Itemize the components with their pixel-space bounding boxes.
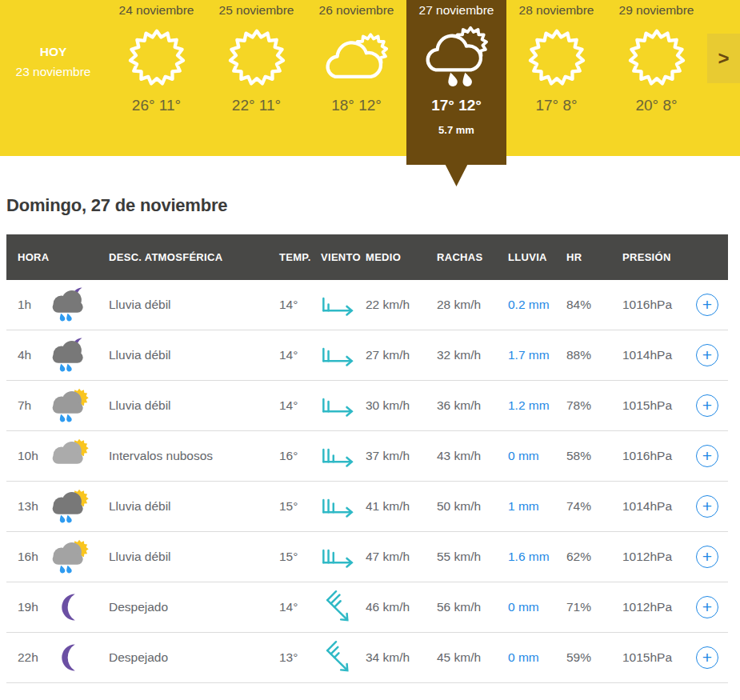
wind-direction-icon (319, 546, 359, 568)
rain-cell: 0 mm (502, 650, 560, 665)
pressure-cell: 1014hPa (616, 348, 688, 362)
wind-avg-cell: 27 km/h (359, 348, 430, 362)
pressure-cell: 1016hPa (616, 449, 688, 463)
rain-cell: 0.2 mm (502, 298, 560, 312)
page-title: Domingo, 27 de noviembre (6, 196, 740, 215)
humidity-cell: 78% (560, 398, 616, 413)
day-tab-28-noviembre[interactable]: 28 noviembre 17° 8° (506, 0, 606, 156)
wind-gust-cell: 50 km/h (430, 499, 502, 514)
today-label: HOY (40, 45, 67, 59)
day-date: 25 noviembre (219, 3, 294, 18)
wind-direction-icon (319, 345, 359, 366)
humidity-cell: 88% (560, 348, 616, 362)
wind-direction-icon (319, 496, 359, 518)
expand-row-button[interactable]: + (696, 646, 718, 669)
pressure-cell: 1014hPa (616, 499, 688, 514)
table-header: HORADESC. ATMOSFÉRICATEMP.VIENTOMEDIORAC… (6, 234, 728, 280)
humidity-cell: 71% (560, 600, 616, 614)
moon-icon (43, 590, 96, 624)
expand-row-button[interactable]: + (696, 394, 718, 417)
table-row: 22h Despejado 13° 34 km/h 45 km/h 0 mm 5… (6, 633, 728, 683)
rain-cell: 0 mm (502, 449, 560, 463)
day-tab-24-noviembre[interactable]: 24 noviembre 26° 11° (106, 0, 206, 156)
day-temps: 26° 11° (132, 97, 181, 114)
col-header-rachas: RACHAS (430, 251, 502, 263)
table-body: 1h Lluvia débil 14° 22 km/h 28 km/h 0.2 … (6, 280, 728, 683)
day-temps: 17° 8° (535, 97, 577, 114)
sun-icon (526, 18, 587, 97)
hour-cell: 1h (6, 298, 43, 312)
sun-icon (626, 18, 687, 97)
temp-cell: 16° (273, 449, 319, 463)
wind-avg-cell: 22 km/h (359, 298, 430, 312)
wind-direction-icon (319, 640, 359, 675)
chevron-right-icon: > (718, 47, 729, 70)
expand-row-button[interactable]: + (696, 546, 718, 568)
expand-cell: + (688, 596, 728, 618)
rain-cloud-sun-dark-icon (43, 488, 96, 526)
expand-row-button[interactable]: + (696, 495, 718, 518)
wind-direction-icon (319, 590, 359, 625)
pressure-cell: 1015hPa (616, 398, 688, 413)
temp-cell: 14° (273, 298, 319, 312)
wind-avg-cell: 37 km/h (359, 449, 430, 463)
temp-cell: 14° (273, 348, 319, 362)
day-tab-25-noviembre[interactable]: 25 noviembre 22° 11° (206, 0, 306, 156)
hour-cell: 7h (6, 398, 43, 413)
expand-cell: + (688, 344, 728, 366)
table-row: 4h Lluvia débil 14° 27 km/h 32 km/h 1.7 … (6, 330, 728, 381)
expand-row-button[interactable]: + (696, 294, 718, 316)
col-header-hr: HR (560, 251, 616, 263)
expand-row-button[interactable]: + (696, 445, 718, 467)
humidity-cell: 62% (560, 550, 616, 564)
rain-cell: 1.2 mm (502, 398, 560, 413)
day-date: 28 noviembre (519, 3, 594, 18)
expand-row-button[interactable]: + (696, 344, 718, 366)
wind-avg-cell: 41 km/h (359, 499, 430, 514)
wind-gust-cell: 28 km/h (430, 298, 502, 312)
temp-cell: 13° (273, 650, 319, 665)
temp-cell: 15° (273, 550, 319, 564)
wind-gust-cell: 45 km/h (430, 650, 502, 665)
day-tab-27-noviembre[interactable]: 27 noviembre 17° 12° 5.7 mm (406, 0, 506, 186)
expand-cell: + (688, 445, 728, 467)
wind-gust-cell: 36 km/h (430, 398, 502, 413)
next-days-button[interactable]: > (707, 34, 740, 83)
cloud-sun-icon (43, 438, 96, 475)
day-date: 27 noviembre (419, 3, 494, 18)
weather-desc: Despejado (96, 600, 273, 614)
weather-desc: Lluvia débil (96, 298, 273, 312)
wind-gust-cell: 56 km/h (430, 600, 502, 614)
day-date: 26 noviembre (319, 3, 394, 18)
expand-row-button[interactable]: + (696, 596, 718, 618)
table-row: 1h Lluvia débil 14° 22 km/h 28 km/h 0.2 … (6, 280, 728, 330)
cloud-sun-icon (320, 18, 394, 97)
table-row: 16h Lluvia débil 15° 47 km/h 55 km/h 1.6… (6, 532, 728, 582)
day-tab-today[interactable]: HOY 23 noviembre (0, 0, 106, 156)
day-tab-29-noviembre[interactable]: 29 noviembre 20° 8° (606, 0, 706, 156)
day-temps: 18° 12° (331, 97, 382, 114)
expand-cell: + (688, 394, 728, 417)
col-header-lluvia: LLUVIA (502, 251, 560, 263)
pressure-cell: 1015hPa (616, 650, 688, 665)
rain-cloud-moon-icon (43, 337, 96, 374)
pressure-cell: 1012hPa (616, 600, 688, 614)
col-header-medio: MEDIO (359, 251, 430, 263)
rain-cell: 1.6 mm (502, 550, 560, 564)
col-header-desc: DESC. ATMOSFÉRICA (96, 251, 273, 263)
expand-cell: + (688, 546, 728, 568)
temp-cell: 15° (273, 499, 319, 514)
hour-cell: 19h (6, 600, 43, 614)
humidity-cell: 74% (560, 499, 616, 514)
day-precip: 5.7 mm (438, 124, 474, 136)
rain-cell: 0 mm (502, 600, 560, 614)
rain-cloud-sun-icon (43, 387, 96, 425)
temp-cell: 14° (273, 398, 319, 413)
day-date: 29 noviembre (619, 3, 694, 18)
table-row: 19h Despejado 14° 46 km/h 56 km/h 0 mm 7… (6, 582, 728, 633)
day-temps: 22° 11° (232, 97, 281, 114)
weather-desc: Lluvia débil (96, 348, 273, 362)
day-tab-26-noviembre[interactable]: 26 noviembre 18° 12° (306, 0, 406, 156)
weather-desc: Lluvia débil (96, 398, 273, 413)
col-header-temp: TEMP. (273, 251, 319, 263)
